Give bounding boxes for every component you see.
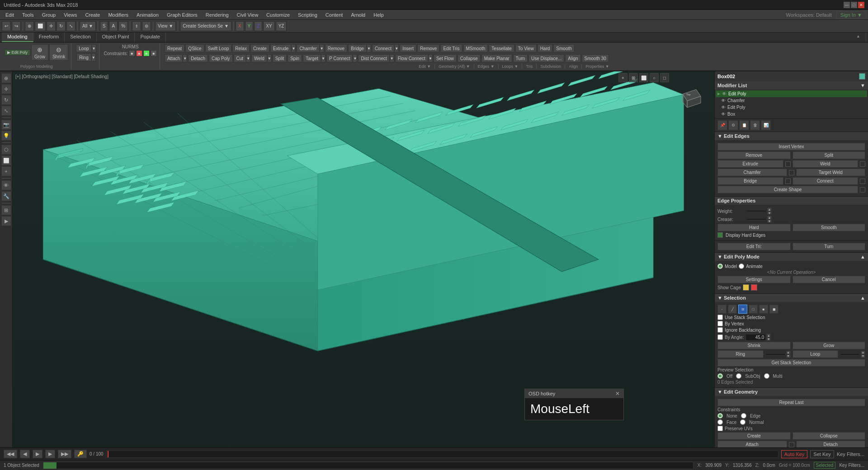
grow-sel-btn[interactable]: Grow	[793, 342, 866, 349]
to-view-btn[interactable]: To View	[515, 44, 537, 52]
lt-helpers[interactable]: +	[1, 166, 11, 176]
create-btn[interactable]: Create	[250, 44, 269, 52]
align-btn[interactable]: Align	[565, 54, 580, 62]
menu-views[interactable]: Views	[60, 11, 80, 19]
viewport[interactable]: [+] [Orthographic] [Standard] [Default S…	[13, 71, 714, 447]
attach-settings[interactable]	[789, 442, 794, 447]
attach-geo-btn[interactable]: Attach	[717, 441, 787, 447]
crease-value[interactable]	[746, 218, 767, 220]
flow-connect-btn[interactable]: Flow Connect	[395, 54, 428, 62]
mode-model-radio[interactable]	[717, 263, 723, 269]
weight-value[interactable]	[746, 210, 767, 212]
preview-multi-radio[interactable]	[764, 373, 769, 379]
cut-dropdown[interactable]: ▼	[246, 54, 250, 62]
lt-shapes[interactable]: ⬡	[1, 145, 11, 155]
menu-animation[interactable]: Animation	[133, 11, 162, 19]
bridge-edge-settings[interactable]	[785, 179, 791, 184]
set-flow-btn[interactable]: Set Flow	[434, 54, 457, 62]
menu-scripting[interactable]: Scripting	[294, 11, 321, 19]
object-color-swatch[interactable]	[859, 73, 865, 80]
undo-button[interactable]: ↩	[2, 21, 11, 31]
edit-geometry-header[interactable]: ▼ Edit Geometry	[715, 388, 868, 396]
percent-snap[interactable]: %	[118, 21, 128, 31]
dist-connect-dropdown[interactable]: ▼	[390, 54, 394, 62]
mode-animate-radio[interactable]	[739, 263, 744, 269]
remove-btn[interactable]: Remove	[417, 44, 439, 52]
vp-icon-2[interactable]: ⊞	[629, 73, 638, 82]
menu-rendering[interactable]: Rendering	[202, 11, 232, 19]
chamfer-edge-btn[interactable]: Chamfer	[717, 169, 787, 176]
extrude-btn[interactable]: Extrude	[270, 44, 291, 52]
collapse-geo-btn[interactable]: Collapse	[793, 432, 866, 440]
detach-geo-btn[interactable]: Detach	[796, 441, 866, 447]
loop-button[interactable]: Loop	[76, 44, 91, 52]
bridge-dropdown[interactable]: ▼	[367, 44, 371, 52]
mod-icon-pin[interactable]: 📌	[717, 120, 727, 130]
insert-vertex-btn[interactable]: Insert Vertex	[717, 143, 865, 150]
chamfer-edge-settings[interactable]	[789, 170, 794, 175]
smooth-ribbon-btn[interactable]: Smooth	[553, 44, 574, 52]
by-angle-spinner[interactable]: 45.0 ▲ ▼	[745, 334, 771, 341]
split-btn[interactable]: Split	[273, 54, 287, 62]
create-shape-btn[interactable]: Create Shape	[717, 186, 858, 193]
mod-icon-delete[interactable]: 🗑	[750, 120, 760, 130]
lt-motion[interactable]: ▶	[1, 216, 11, 226]
split-edge-btn[interactable]: Split	[793, 151, 866, 159]
connect-edge-settings[interactable]	[860, 179, 865, 184]
flow-connect-dropdown[interactable]: ▼	[428, 54, 433, 62]
extrude-edge-settings[interactable]	[785, 161, 791, 167]
weld-dropdown[interactable]: ▼	[267, 54, 272, 62]
weld-edge-settings[interactable]	[860, 161, 865, 167]
detach-btn[interactable]: Detach	[188, 54, 208, 62]
preview-subobj-radio[interactable]	[736, 373, 741, 379]
p-connect-btn[interactable]: P Connect	[326, 54, 353, 62]
grow-button[interactable]: ⊕ Grow	[31, 44, 48, 61]
turn-edge-btn[interactable]: Turn	[793, 243, 866, 250]
lt-light[interactable]: 💡	[1, 131, 11, 141]
ignore-backfacing-check[interactable]	[717, 327, 723, 333]
tab-modeling[interactable]: Modeling	[2, 33, 33, 42]
cancel-btn[interactable]: Cancel	[793, 276, 866, 283]
lt-camera[interactable]: 📷	[1, 120, 11, 130]
spin-btn[interactable]: Spin	[288, 54, 302, 62]
angle-up[interactable]: ▲	[766, 334, 771, 337]
sel-icon-polygon[interactable]: ■	[759, 305, 768, 314]
mod-icon-graph[interactable]: 📊	[761, 120, 771, 130]
menu-modifiers[interactable]: Modifiers	[104, 11, 132, 19]
timeline-track[interactable]	[106, 451, 778, 458]
menu-help[interactable]: Help	[370, 11, 387, 19]
menu-arnold[interactable]: Arnold	[347, 11, 369, 19]
loop-up[interactable]: ▲	[861, 351, 865, 354]
maximize-button[interactable]: □	[851, 2, 857, 8]
preview-off-radio[interactable]	[717, 373, 723, 379]
constraint-normal-radio[interactable]	[740, 419, 745, 425]
weld-btn[interactable]: Weld	[251, 54, 267, 62]
lt-scale[interactable]: ⤡	[1, 106, 11, 116]
vp-icon-3[interactable]: ⬜	[639, 73, 648, 82]
close-button[interactable]: ✕	[858, 2, 864, 8]
redo-button[interactable]: ↪	[12, 21, 21, 31]
preserve-uvs-check[interactable]	[717, 426, 723, 431]
view-dropdown[interactable]: View ▼	[155, 21, 176, 31]
modifier-list-header[interactable]: Modifier List ▼	[715, 81, 868, 89]
msmooth-ribbon-btn[interactable]: MSmooth	[463, 44, 488, 52]
chamfer-btn[interactable]: Chamfer	[297, 44, 319, 52]
tab-object-paint[interactable]: Object Paint	[97, 33, 135, 42]
show-cage-red[interactable]	[751, 284, 757, 291]
qslice-btn[interactable]: QSlice	[185, 44, 204, 52]
by-vertex-check[interactable]	[717, 321, 723, 326]
settings-btn[interactable]: Settings	[717, 276, 791, 283]
vp-icon-5[interactable]: □	[660, 73, 669, 82]
relax-btn[interactable]: Relax	[232, 44, 250, 52]
create-shape-settings[interactable]	[860, 187, 865, 193]
timeline-forward[interactable]: ▶▶	[58, 450, 71, 458]
sel-icon-border[interactable]: □	[749, 305, 758, 314]
tab-selection[interactable]: Selection	[65, 33, 96, 42]
menu-tools[interactable]: Tools	[19, 11, 38, 19]
edit-poly-btn[interactable]: ▶ Edit Poly	[5, 49, 30, 56]
repeat-btn[interactable]: Repeat	[165, 44, 184, 52]
bridge-edge-btn[interactable]: Bridge	[717, 177, 783, 185]
constraint-none-radio[interactable]	[717, 413, 723, 418]
menu-content[interactable]: Content	[322, 11, 347, 19]
connect-btn[interactable]: Connect	[372, 44, 394, 52]
